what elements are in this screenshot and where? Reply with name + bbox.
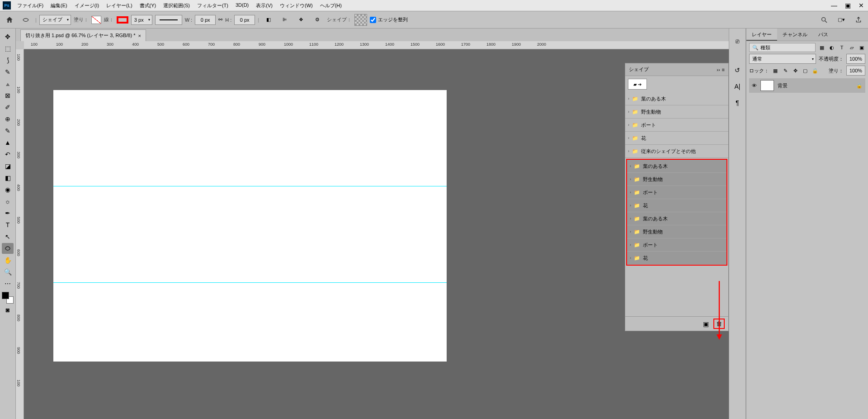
eraser-tool[interactable]: ◪: [2, 161, 14, 171]
fill-swatch[interactable]: [91, 16, 101, 24]
more-tools[interactable]: ⋯: [2, 278, 14, 289]
visibility-icon[interactable]: 👁: [752, 83, 757, 88]
path-select-tool[interactable]: ↖: [2, 231, 14, 242]
dodge-tool[interactable]: ☼: [2, 196, 14, 207]
link-wh-icon[interactable]: ⚯: [218, 17, 222, 23]
layer-row[interactable]: 👁 背景 🔒: [749, 78, 865, 93]
lock-artboard-icon[interactable]: ▢: [802, 67, 809, 74]
shape-folder-item[interactable]: ›📁花: [627, 252, 726, 265]
opacity-field[interactable]: 100%: [846, 54, 865, 64]
hand-tool[interactable]: ✋: [2, 255, 14, 266]
quick-mask-icon[interactable]: ◙: [2, 305, 14, 315]
shape-folder-item[interactable]: ›📁葉のある木: [627, 212, 726, 225]
stamp-tool[interactable]: ▲: [2, 137, 14, 148]
frame-tool[interactable]: ⊠: [2, 90, 14, 101]
lock-pixels-icon[interactable]: ✎: [782, 67, 789, 74]
custom-shape-tool[interactable]: [2, 243, 14, 254]
lock-all-icon[interactable]: 🔒: [811, 67, 819, 74]
stroke-swatch[interactable]: [117, 16, 128, 24]
shape-folder-item[interactable]: ›📁葉のある木: [625, 92, 728, 105]
menu-layer[interactable]: レイヤー(L): [103, 0, 136, 11]
close-window-button[interactable]: ✕: [854, 0, 868, 10]
color-swatches[interactable]: [2, 292, 14, 304]
path-align-icon[interactable]: ⊫: [278, 14, 292, 26]
new-group-icon[interactable]: ▣: [703, 320, 709, 328]
tab-layers[interactable]: レイヤー: [746, 29, 777, 41]
filter-adjust-icon[interactable]: ◐: [828, 44, 835, 51]
move-tool[interactable]: ✥: [2, 31, 14, 42]
lasso-tool[interactable]: ⟆: [2, 55, 14, 66]
filter-shape-icon[interactable]: ▱: [848, 44, 855, 51]
gear-icon[interactable]: ⚙: [311, 14, 324, 26]
menu-edit[interactable]: 編集(E): [47, 0, 71, 11]
collapse-panel-icon[interactable]: ››: [717, 67, 720, 72]
canvas-area[interactable]: シェイプ ›› ≡ ▰➔ ›📁葉のある木›📁野生動物›📁ボート›📁花›📁従来のシ…: [24, 49, 729, 419]
lock-position-icon[interactable]: ✥: [792, 67, 799, 74]
blend-mode-combo[interactable]: 通常: [749, 54, 816, 64]
minimize-button[interactable]: —: [827, 0, 841, 10]
workspace-switcher-icon[interactable]: ▢▾: [835, 14, 848, 26]
filter-type-icon[interactable]: T: [838, 44, 845, 51]
menu-type[interactable]: 書式(Y): [136, 0, 160, 11]
ruler-vertical[interactable]: 100100200300400500600700800900100: [16, 49, 24, 419]
height-field[interactable]: [234, 15, 255, 25]
canvas[interactable]: [53, 90, 447, 362]
shape-picker-thumb[interactable]: [354, 14, 367, 26]
maximize-button[interactable]: ▣: [841, 0, 854, 10]
shape-folder-item[interactable]: ›📁花: [625, 132, 728, 145]
shape-folder-item[interactable]: ›📁野生動物: [627, 225, 726, 238]
width-field[interactable]: [195, 15, 216, 25]
shape-folder-item[interactable]: ›📁野生動物: [627, 173, 726, 186]
home-button[interactable]: [3, 14, 16, 26]
search-icon[interactable]: [817, 14, 831, 26]
close-tab-icon[interactable]: ×: [138, 33, 141, 38]
dock-paragraph-icon[interactable]: ¶: [731, 96, 744, 109]
align-edges-checkbox[interactable]: エッジを整列: [370, 16, 408, 23]
shape-folder-item[interactable]: ›📁葉のある木: [627, 160, 726, 173]
history-brush-tool[interactable]: ↶: [2, 149, 14, 160]
eyedropper-tool[interactable]: ✐: [2, 102, 14, 113]
layer-name[interactable]: 背景: [778, 82, 788, 89]
path-operations-icon[interactable]: ◧: [262, 14, 275, 26]
guide-horizontal[interactable]: [53, 186, 447, 186]
menu-window[interactable]: ウィンドウ(W): [276, 0, 316, 11]
layer-filter-combo[interactable]: 🔍種類: [749, 43, 816, 52]
zoom-tool[interactable]: 🔍: [2, 267, 14, 277]
filter-pixel-icon[interactable]: ▦: [818, 44, 826, 51]
dock-properties-icon[interactable]: ⎚: [731, 35, 744, 48]
brush-tool[interactable]: ✎: [2, 125, 14, 136]
stroke-width-combo[interactable]: 3 px: [131, 15, 152, 25]
healing-tool[interactable]: ⊕: [2, 114, 14, 124]
document-tab[interactable]: 切り抜き用 1.psd @ 66.7% (レイヤー 3, RGB/8) * ×: [20, 29, 146, 41]
dock-history-icon[interactable]: ↺: [731, 64, 744, 76]
layer-thumbnail[interactable]: [760, 80, 774, 91]
crop-tool[interactable]: ⟁: [2, 78, 14, 89]
gradient-tool[interactable]: ◧: [2, 172, 14, 183]
menu-select[interactable]: 選択範囲(S): [160, 0, 193, 11]
menu-file[interactable]: ファイル(F): [14, 0, 47, 11]
lock-transparency-icon[interactable]: ▦: [772, 67, 779, 74]
shape-preview-row[interactable]: ▰➔: [628, 79, 647, 90]
quick-select-tool[interactable]: ✎: [2, 67, 14, 77]
menu-view[interactable]: 表示(V): [252, 0, 276, 11]
tab-channels[interactable]: チャンネル: [777, 29, 813, 41]
path-arrange-icon[interactable]: ❖: [294, 14, 308, 26]
shape-folder-item[interactable]: ›📁ボート: [627, 186, 726, 199]
menu-3d[interactable]: 3D(D): [232, 0, 252, 11]
ruler-horizontal[interactable]: 1001002003004005006007008009001000110012…: [24, 41, 729, 49]
blur-tool[interactable]: ◉: [2, 184, 14, 195]
shape-folder-item[interactable]: ›📁花: [627, 199, 726, 212]
fg-color-swatch[interactable]: [2, 292, 9, 299]
shape-folder-item[interactable]: ›📁ボート: [625, 119, 728, 132]
dock-character-icon[interactable]: A|: [731, 80, 744, 93]
fill-opacity-field[interactable]: 100%: [846, 66, 865, 76]
type-tool[interactable]: T: [2, 219, 14, 230]
share-icon[interactable]: [852, 14, 865, 26]
shape-folder-item[interactable]: ›📁ボート: [627, 238, 726, 252]
panel-menu-icon[interactable]: ≡: [722, 67, 725, 72]
tab-paths[interactable]: パス: [813, 29, 834, 41]
filter-smart-icon[interactable]: ▣: [858, 44, 865, 51]
menu-image[interactable]: イメージ(I): [71, 0, 103, 11]
shape-mode-combo[interactable]: シェイプ: [39, 15, 71, 25]
shape-folder-item[interactable]: ›📁野生動物: [625, 105, 728, 119]
